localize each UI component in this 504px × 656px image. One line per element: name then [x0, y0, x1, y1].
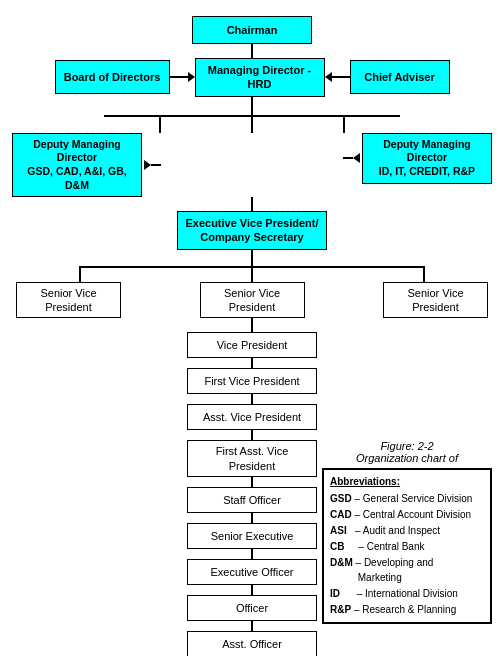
asst-officer-box: Asst. Officer [187, 631, 317, 656]
staff-label: Staff Officer [223, 493, 281, 507]
chief-adviser-box: Chief Adviser [350, 60, 450, 94]
svp-mid-box: Senior Vice President [200, 282, 305, 319]
chairman-label: Chairman [227, 23, 278, 37]
board-label: Board of Directors [64, 70, 161, 84]
svp-left-box: Senior Vice President [16, 282, 121, 319]
chairman-box: Chairman [192, 16, 312, 44]
dep-md-right-label: Deputy Managing Director ID, IT, CREDIT,… [369, 138, 485, 179]
dep-md-right-box: Deputy Managing Director ID, IT, CREDIT,… [362, 133, 492, 184]
fvp-label: First Vice President [204, 374, 299, 388]
figure-label: Figure: 2-2Organization chart of [322, 440, 492, 464]
favp-box: First Asst. Vice President [187, 440, 317, 477]
legend-title: Abbreviations: [330, 474, 484, 489]
svp-mid-label: Senior Vice President [207, 286, 298, 315]
avp-box: Asst. Vice President [187, 404, 317, 430]
senior-exec-label: Senior Executive [211, 529, 294, 543]
avp-label: Asst. Vice President [203, 410, 301, 424]
legend-asi: ASI – Audit and Inspect [330, 523, 484, 538]
staff-box: Staff Officer [187, 487, 317, 513]
legend-id: ID – International Division [330, 586, 484, 601]
legend-cad: CAD – Central Account Division [330, 507, 484, 522]
officer-box: Officer [187, 595, 317, 621]
legend-dm: D&M – Developing and Marketing [330, 555, 484, 585]
svp-right-box: Senior Vice President [383, 282, 488, 319]
favp-label: First Asst. Vice President [216, 444, 289, 473]
org-chart: Chairman Board of Directors Managing Dir… [0, 0, 504, 656]
managing-director-label: Managing Director - HRD [202, 63, 318, 92]
vp-label: Vice President [217, 338, 288, 352]
dep-md-left-label: Deputy Managing Director GSD, CAD, A&I, … [19, 138, 135, 193]
vp-box: Vice President [187, 332, 317, 358]
senior-exec-box: Senior Executive [187, 523, 317, 549]
exec-officer-box: Executive Officer [187, 559, 317, 585]
legend-box: Abbreviations: GSD – General Service Div… [322, 468, 492, 624]
legend-rp: R&P – Research & Planning [330, 602, 484, 617]
svp-left-label: Senior Vice President [23, 286, 114, 315]
evp-label: Executive Vice President/ Company Secret… [185, 216, 318, 245]
legend-cb: CB – Central Bank [330, 539, 484, 554]
exec-officer-label: Executive Officer [211, 565, 294, 579]
fvp-box: First Vice President [187, 368, 317, 394]
managing-director-box: Managing Director - HRD [195, 58, 325, 97]
chief-adviser-label: Chief Adviser [364, 70, 435, 84]
officer-label: Officer [236, 601, 268, 615]
dep-md-left-box: Deputy Managing Director GSD, CAD, A&I, … [12, 133, 142, 198]
evp-box: Executive Vice President/ Company Secret… [177, 211, 327, 250]
legend-gsd: GSD – General Service Division [330, 491, 484, 506]
svp-right-label: Senior Vice President [390, 286, 481, 315]
board-box: Board of Directors [55, 60, 170, 94]
asst-officer-label: Asst. Officer [222, 637, 282, 651]
